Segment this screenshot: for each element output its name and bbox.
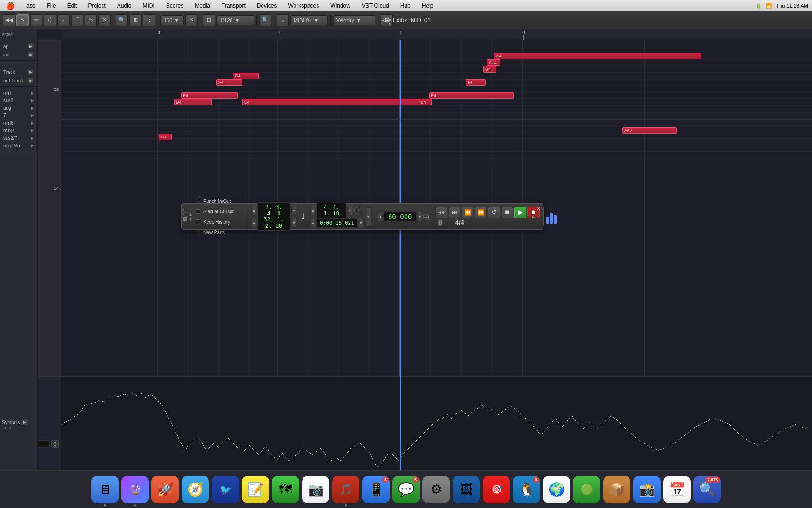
timecode-up-btn[interactable]: ▲: [310, 218, 316, 227]
track-dropdown[interactable]: MIDI 01 ▼: [290, 15, 328, 25]
tool-note-icon[interactable]: ♪: [277, 14, 289, 26]
chord-maj7s5[interactable]: maj7/#5 ▶: [2, 142, 35, 149]
tool-split[interactable]: ⊞: [129, 14, 142, 26]
chord-sus27[interactable]: sus2/7 ▶: [2, 134, 35, 142]
time-bars-value[interactable]: 4. 4. 1. 10: [317, 203, 346, 218]
ctrl-more-btn[interactable]: ⊞: [437, 219, 443, 226]
vel-q-btn[interactable]: Q: [51, 440, 59, 448]
tool-grid[interactable]: ⊞: [203, 14, 215, 26]
dock-chrome[interactable]: 🌍: [543, 476, 570, 503]
option-history[interactable]: Keep History: [196, 217, 243, 227]
chord-aug[interactable]: aug ▶: [2, 104, 35, 112]
midi-note-f4-2[interactable]: F4: [466, 79, 486, 86]
dock-launchpad[interactable]: 🚀: [151, 476, 179, 503]
midi-note-e4-1[interactable]: E4: [181, 92, 238, 99]
ctrl-play[interactable]: ▶: [514, 207, 526, 218]
transport-nav-up[interactable]: ▲: [188, 211, 193, 217]
dock-systemprefs[interactable]: ⚙: [422, 476, 450, 503]
midi-note-d4-3[interactable]: D4: [419, 99, 432, 105]
dock-cubase[interactable]: 🎵: [332, 476, 359, 503]
midi-note-e4-2[interactable]: E4: [429, 92, 514, 99]
sidebar-item-ordtrack[interactable]: ord Track ▶: [2, 76, 35, 85]
chord-min6[interactable]: min6 ▶: [2, 119, 35, 127]
bpm-value[interactable]: 60.000: [384, 211, 416, 222]
menu-ase[interactable]: ase: [24, 1, 37, 10]
tool-line[interactable]: ∕: [57, 14, 70, 26]
menu-devices[interactable]: Devices: [255, 1, 279, 10]
dock-mikrolern[interactable]: 🐦: [212, 476, 239, 503]
menu-edit[interactable]: Edit: [65, 1, 79, 10]
dock-photos[interactable]: 📷: [302, 476, 329, 503]
sidebar-item-ion-btn[interactable]: ▶: [28, 52, 34, 57]
menu-media[interactable]: Media: [193, 1, 212, 10]
dock-screenshot[interactable]: 📸: [633, 476, 661, 503]
dock-find[interactable]: 🔍 7,675: [693, 476, 721, 503]
tool-speaker[interactable]: ⋮: [143, 14, 155, 26]
time-signature[interactable]: 4/4: [446, 219, 474, 226]
pos-up-btn[interactable]: ▲: [251, 206, 256, 215]
ctrl-stop[interactable]: ⏹: [501, 207, 513, 218]
menu-window[interactable]: Window: [328, 1, 352, 10]
ctrl-loop[interactable]: ↺: [488, 207, 500, 218]
pos-down-btn[interactable]: ▼: [291, 206, 296, 215]
option-parts[interactable]: New Parts: [196, 227, 243, 237]
pos-down-btn-2[interactable]: ▼: [291, 218, 296, 227]
bpm-down-btn[interactable]: ▼: [365, 207, 372, 226]
option-punch[interactable]: Punch In/Out: [196, 196, 243, 206]
checkbox-parts[interactable]: [196, 230, 200, 234]
menu-scores[interactable]: Scores: [164, 1, 185, 10]
chord-min[interactable]: min ▶: [2, 89, 35, 97]
tool-back[interactable]: ◀◀: [3, 14, 15, 26]
time-down-btn[interactable]: ▼: [347, 206, 352, 215]
chord-sus2[interactable]: sus2 ▶: [2, 97, 35, 104]
sidebar-expression-btn[interactable]: ▶: [22, 419, 28, 425]
velocity-dropdown[interactable]: Velocity ▼: [333, 15, 375, 25]
dock-finder[interactable]: 🖥: [91, 476, 119, 503]
menu-hub[interactable]: Hub: [398, 1, 413, 10]
dock-maps[interactable]: 🗺: [272, 476, 299, 503]
bpm-up-btn[interactable]: ▲: [378, 212, 383, 221]
dock-archive[interactable]: 📦: [603, 476, 630, 503]
pos-up-btn-2[interactable]: ▲: [251, 218, 256, 227]
zoom-dropdown[interactable]: 100 ▼: [160, 15, 184, 25]
menu-project[interactable]: Project: [86, 1, 107, 10]
option-start[interactable]: Start at Cursor: [196, 206, 243, 217]
dock-wechat[interactable]: 💬 6: [392, 476, 420, 503]
menu-file[interactable]: File: [45, 1, 57, 10]
transport-close-btn[interactable]: ×: [537, 205, 540, 212]
dock-safari[interactable]: 🧭: [182, 476, 209, 503]
tool-snap[interactable]: 🔍: [259, 14, 271, 26]
tool-erase[interactable]: ⟨⟩: [44, 14, 56, 26]
menu-workspaces[interactable]: Workspaces: [286, 1, 321, 10]
midi-note-g4-1[interactable]: G4: [233, 73, 259, 79]
ctrl-goto-end[interactable]: ⏭: [448, 207, 461, 218]
dock-coda[interactable]: 🟢: [573, 476, 600, 503]
time-up-btn[interactable]: ▲: [310, 206, 316, 215]
tool-scissors[interactable]: ✂: [85, 14, 97, 26]
checkbox-start[interactable]: [196, 209, 200, 214]
ctrl-forward[interactable]: ⏩: [475, 207, 487, 218]
dock-siri[interactable]: 🔮: [121, 476, 149, 503]
sidebar-item-track-btn[interactable]: ▶: [28, 69, 34, 75]
chord-minj7[interactable]: minj7 ▶: [2, 127, 35, 134]
ctrl-rewind[interactable]: ⏪: [462, 207, 474, 218]
tool-cross[interactable]: ✕: [98, 14, 111, 26]
midi-note-d4-1[interactable]: D4: [174, 99, 212, 105]
chord-7[interactable]: 7 ▶: [2, 112, 35, 119]
menu-midi[interactable]: MIDI: [141, 1, 156, 10]
midi-note-g4-2[interactable]: G4: [483, 66, 496, 73]
sidebar-item-ordtrack-btn[interactable]: ▶: [28, 78, 34, 83]
velocity-content[interactable]: [61, 377, 812, 470]
dock-notes[interactable]: 📝: [242, 476, 269, 503]
transport-expand-right[interactable]: ▸: [532, 213, 535, 220]
timecode-value[interactable]: 0:00:15.021: [317, 218, 358, 227]
tool-curve[interactable]: ⌒: [71, 14, 83, 26]
midi-note-gs4[interactable]: G#4: [487, 59, 500, 66]
menu-apple[interactable]: 🍎: [4, 0, 17, 11]
sidebar-item-track[interactable]: Track ▶: [2, 68, 35, 76]
midi-note-as3[interactable]: A#3: [622, 127, 677, 134]
midi-note-a3-1[interactable]: A3: [159, 134, 172, 140]
menu-vst-cloud[interactable]: VST Cloud: [360, 1, 391, 10]
dock-netease[interactable]: 🎯: [483, 476, 510, 503]
tool-close-zoom[interactable]: ✕: [185, 14, 198, 26]
